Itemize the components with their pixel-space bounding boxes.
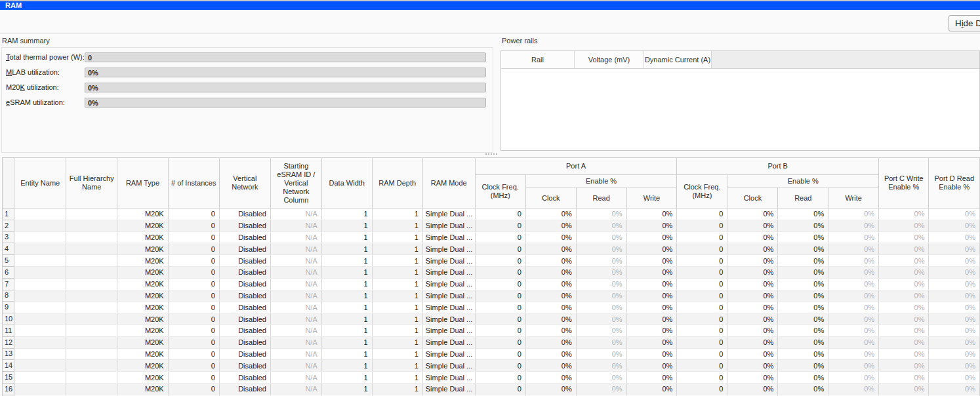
cell-a-write-enable[interactable]: 0% [626,278,677,290]
cell-a-clock-freq[interactable]: 0 [475,243,525,255]
cell-a-write-enable[interactable]: 0% [626,360,677,372]
cell-hierarchy[interactable] [66,325,117,336]
cell-b-read-enable[interactable]: 0% [778,348,828,360]
cell-data-width[interactable]: 1 [321,255,372,267]
cell-data-width[interactable]: 1 [321,360,372,372]
cell-vertical-network[interactable]: Disabled [219,220,270,231]
cell-ram-depth[interactable]: 1 [372,290,422,302]
cell-a-clock-freq[interactable]: 0 [475,220,525,231]
cell-b-clock-freq[interactable]: 0 [677,348,727,360]
cell-vertical-network[interactable]: Disabled [219,278,270,290]
cell-hierarchy[interactable] [66,231,117,243]
cell-data-width[interactable]: 1 [321,278,372,290]
cell-ram-type[interactable]: M20K [117,383,168,395]
cell-b-clock-enable[interactable]: 0% [727,278,778,290]
cell-vertical-network[interactable]: Disabled [219,336,270,348]
cell-ram-depth[interactable]: 1 [372,243,422,255]
cell-a-clock-enable[interactable]: 0% [525,348,576,360]
cell-a-clock-freq[interactable]: 0 [475,231,525,243]
cell-b-read-enable[interactable]: 0% [778,360,828,372]
cell-vertical-network[interactable]: Disabled [219,313,270,325]
cell-ram-type[interactable]: M20K [117,266,168,278]
cell-a-clock-freq[interactable]: 0 [475,255,525,267]
cell-ram-depth[interactable]: 1 [372,231,422,243]
cell-a-write-enable[interactable]: 0% [626,266,677,278]
cell-ram-depth[interactable]: 1 [372,278,422,290]
col-header-port-b-clock[interactable]: Clock [727,188,778,208]
cell-ram-type[interactable]: M20K [117,336,168,348]
col-header-port-a-read[interactable]: Read [576,188,626,208]
cell-hierarchy[interactable] [66,290,117,302]
cell-entity[interactable] [14,255,66,267]
cell-a-clock-enable[interactable]: 0% [525,313,576,325]
cell-hierarchy[interactable] [66,372,117,384]
cell-hierarchy[interactable] [66,383,117,395]
cell-b-read-enable[interactable]: 0% [778,220,828,231]
cell-vertical-network[interactable]: Disabled [219,208,270,220]
row-number-header[interactable]: 15 [3,372,14,384]
cell-ram-mode[interactable]: Simple Dual ... [422,290,475,302]
power-rails-col-header[interactable]: Rail [501,51,575,68]
cell-vertical-network[interactable]: Disabled [219,348,270,360]
cell-ram-mode[interactable]: Simple Dual ... [422,208,475,220]
row-number-header[interactable]: 5 [3,255,14,267]
col-header-ram-type[interactable]: RAM Type [117,158,168,208]
row-number-header[interactable]: 11 [3,325,14,336]
cell-hierarchy[interactable] [66,313,117,325]
cell-vertical-network[interactable]: Disabled [219,302,270,313]
cell-ram-mode[interactable]: Simple Dual ... [422,348,475,360]
power-rails-col-header[interactable]: Dynamic Current (A) [644,51,712,68]
cell-a-clock-freq[interactable]: 0 [475,383,525,395]
row-number-header[interactable]: 16 [3,383,14,395]
cell-data-width[interactable]: 1 [321,325,372,336]
cell-ram-mode[interactable]: Simple Dual ... [422,278,475,290]
cell-ram-depth[interactable]: 1 [372,266,422,278]
cell-b-read-enable[interactable]: 0% [778,243,828,255]
cell-entity[interactable] [14,336,66,348]
cell-ram-type[interactable]: M20K [117,231,168,243]
cell-b-clock-freq[interactable]: 0 [677,255,727,267]
cell-a-clock-enable[interactable]: 0% [525,278,576,290]
cell-entity[interactable] [14,302,66,313]
cell-ram-depth[interactable]: 1 [372,208,422,220]
cell-ram-depth[interactable]: 1 [372,383,422,395]
cell-b-clock-enable[interactable]: 0% [727,372,778,384]
cell-ram-type[interactable]: M20K [117,360,168,372]
cell-b-read-enable[interactable]: 0% [778,266,828,278]
cell-entity[interactable] [14,231,66,243]
cell-data-width[interactable]: 1 [321,383,372,395]
cell-b-clock-freq[interactable]: 0 [677,243,727,255]
cell-ram-mode[interactable]: Simple Dual ... [422,325,475,336]
cell-data-width[interactable]: 1 [321,302,372,313]
cell-vertical-network[interactable]: Disabled [219,383,270,395]
cell-b-clock-enable[interactable]: 0% [727,302,778,313]
cell-ram-mode[interactable]: Simple Dual ... [422,336,475,348]
cell-a-write-enable[interactable]: 0% [626,325,677,336]
row-number-header[interactable]: 3 [3,231,14,243]
cell-ram-mode[interactable]: Simple Dual ... [422,383,475,395]
cell-instances[interactable]: 0 [168,348,219,360]
cell-ram-depth[interactable]: 1 [372,255,422,267]
corner-header[interactable] [3,158,14,208]
cell-b-read-enable[interactable]: 0% [778,302,828,313]
row-number-header[interactable]: 12 [3,336,14,348]
row-number-header[interactable]: 7 [3,278,14,290]
cell-entity[interactable] [14,372,66,384]
cell-data-width[interactable]: 1 [321,290,372,302]
cell-ram-type[interactable]: M20K [117,278,168,290]
col-header-port-d-read-enable[interactable]: Port D Read Enable % [929,158,980,208]
col-header-instances[interactable]: # of Instances [168,158,219,208]
cell-b-read-enable[interactable]: 0% [778,208,828,220]
cell-a-clock-enable[interactable]: 0% [525,266,576,278]
cell-a-clock-enable[interactable]: 0% [525,255,576,267]
cell-vertical-network[interactable]: Disabled [219,231,270,243]
row-number-header[interactable]: 1 [3,208,14,220]
cell-b-read-enable[interactable]: 0% [778,372,828,384]
cell-a-write-enable[interactable]: 0% [626,372,677,384]
cell-instances[interactable]: 0 [168,278,219,290]
group-header-port-b-enable[interactable]: Enable % [727,175,879,188]
cell-a-write-enable[interactable]: 0% [626,313,677,325]
cell-b-clock-freq[interactable]: 0 [677,372,727,384]
cell-ram-mode[interactable]: Simple Dual ... [422,360,475,372]
cell-hierarchy[interactable] [66,243,117,255]
